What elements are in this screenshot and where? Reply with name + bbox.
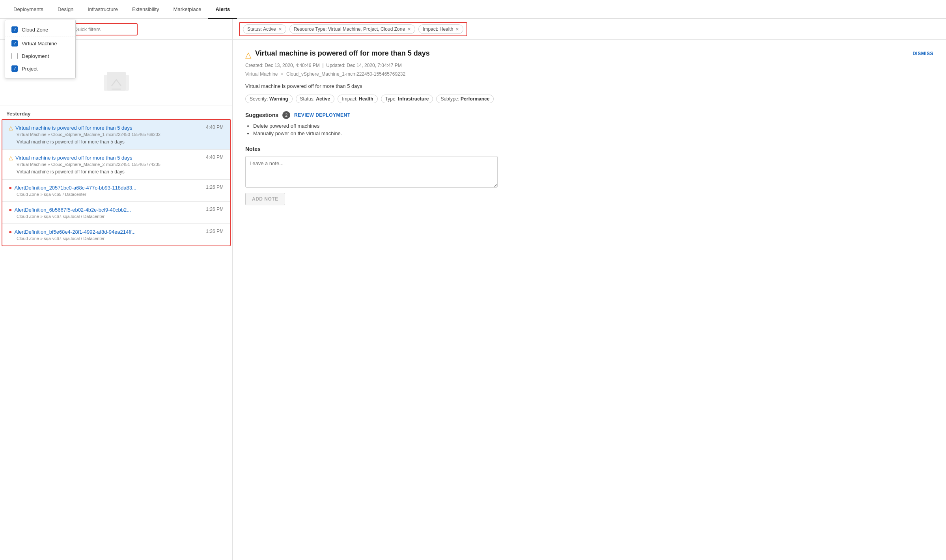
nav-deployments[interactable]: Deployments <box>6 0 50 19</box>
alert-item-2-title-row: △ Virtual machine is powered off for mor… <box>9 154 203 161</box>
dropdown-item-virtual-machine[interactable]: Virtual Machine <box>5 37 75 50</box>
tag-type: Type: Infrastructure <box>381 95 433 103</box>
yesterday-header: Yesterday <box>0 106 232 119</box>
alert-item-3-title: AlertDefinition_20571bc0-a68c-477c-bb93-… <box>14 185 136 191</box>
left-filter-area: ▼ Resource Type ⌄ 🔍 Cloud Zone Virtual M… <box>0 19 233 39</box>
yesterday-section: Yesterday △ Virtual machine is powered o… <box>0 106 232 246</box>
review-deployment-button[interactable]: REVIEW DEPLOYMENT <box>294 112 351 118</box>
filter-chips-wrapper: Status: Active ✕ Resource Type: Virtual … <box>239 22 467 36</box>
alert-item-3-title-row: ● AlertDefinition_20571bc0-a68c-477c-bb9… <box>9 184 203 191</box>
alert-item-4-title: AlertDefinition_6b5667f5-eb02-4b2e-bcf9-… <box>14 207 131 213</box>
alert-item-5-title-row: ● AlertDefinition_bf5e68e4-28f1-4992-af8… <box>9 229 203 235</box>
alert-item-5-time: 1:26 PM <box>206 229 224 234</box>
alert-item-2-breadcrumb: Virtual Machine » Cloud_vSphere_Machine_… <box>17 162 224 167</box>
tag-status: Status: Active <box>296 95 335 103</box>
notes-section: Notes ADD NOTE <box>245 146 933 205</box>
suggestions-list: Delete powered off machines Manually pow… <box>245 123 933 136</box>
alert-item-2[interactable]: △ Virtual machine is powered off for mor… <box>2 150 230 180</box>
nav-design[interactable]: Design <box>50 0 80 19</box>
suggestion-item-2: Manually power on the virtual machine. <box>253 130 933 136</box>
alert-item-3[interactable]: ● AlertDefinition_20571bc0-a68c-477c-bb9… <box>2 180 230 202</box>
filter-chip-resource-type: Resource Type: Virtual Machine, Project,… <box>289 24 415 34</box>
filter-chip-resource-type-close[interactable]: ✕ <box>407 27 411 32</box>
alert-item-1-title-row: △ Virtual machine is powered off for mor… <box>9 125 203 131</box>
active-filter-chips-area: Status: Active ✕ Resource Type: Virtual … <box>233 19 946 39</box>
alert-item-3-header: ● AlertDefinition_20571bc0-a68c-477c-bb9… <box>9 184 224 191</box>
alert-item-4[interactable]: ● AlertDefinition_6b5667f5-eb02-4b2e-bcf… <box>2 202 230 224</box>
nav-marketplace[interactable]: Marketplace <box>166 0 209 19</box>
detail-warning-icon: △ <box>245 50 251 60</box>
suggestion-item-1: Delete powered off machines <box>253 123 933 129</box>
alert-item-5-header: ● AlertDefinition_bf5e68e4-28f1-4992-af8… <box>9 229 224 235</box>
nav-alerts[interactable]: Alerts <box>208 0 237 19</box>
filter-chip-status: Status: Active ✕ <box>243 24 286 34</box>
alert-item-4-time: 1:26 PM <box>206 207 224 212</box>
alert-list-area: Today Yesterday <box>0 40 232 560</box>
suggestions-header: Suggestions 2 REVIEW DEPLOYMENT <box>245 111 933 119</box>
alert-list: △ Virtual machine is powered off for mor… <box>2 119 231 246</box>
warning-icon-2: △ <box>9 154 13 161</box>
alert-item-1-header: △ Virtual machine is powered off for mor… <box>9 125 224 131</box>
nav-extensibility[interactable]: Extensibility <box>125 0 166 19</box>
dropdown-item-project[interactable]: Project <box>5 62 75 75</box>
notes-textarea[interactable] <box>245 156 498 188</box>
filter-chip-impact: Impact: Health ✕ <box>418 24 463 34</box>
checkbox-deployment[interactable] <box>11 53 18 59</box>
detail-title: Virtual machine is powered off for more … <box>255 49 909 58</box>
alert-item-1[interactable]: △ Virtual machine is powered off for mor… <box>2 120 230 150</box>
alert-item-5-breadcrumb: Cloud Zone » sqa-vc67.sqa.local / Datace… <box>17 236 224 241</box>
detail-meta: Created: Dec 13, 2020, 4:40:46 PM | Upda… <box>245 63 933 68</box>
filter-chip-resource-type-label: Resource Type: Virtual Machine, Project,… <box>294 26 405 32</box>
alert-item-2-title: Virtual machine is powered off for more … <box>15 155 132 161</box>
filter-chip-status-label: Status: Active <box>247 26 276 32</box>
svg-rect-1 <box>107 72 126 91</box>
nav-infrastructure[interactable]: Infrastructure <box>80 0 125 19</box>
top-filter-section: ▼ Resource Type ⌄ 🔍 Cloud Zone Virtual M… <box>0 19 946 40</box>
filter-chip-impact-close[interactable]: ✕ <box>455 27 459 32</box>
alert-item-1-time: 4:40 PM <box>206 125 224 130</box>
error-icon-3: ● <box>9 184 12 191</box>
dropdown-item-cloud-zone[interactable]: Cloud Zone <box>5 23 75 37</box>
alert-item-2-time: 4:40 PM <box>206 154 224 160</box>
alert-item-4-title-row: ● AlertDefinition_6b5667f5-eb02-4b2e-bcf… <box>9 207 203 213</box>
main-layout: Today Yesterday <box>0 40 946 560</box>
error-icon-4: ● <box>9 207 12 213</box>
checkbox-virtual-machine[interactable] <box>11 40 18 47</box>
resource-type-dropdown: Cloud Zone Virtual Machine Deployment Pr… <box>5 20 76 78</box>
detail-description: Virtual machine is powered off for more … <box>245 83 933 89</box>
detail-breadcrumb[interactable]: Virtual Machine » Cloud_vSphere_Machine_… <box>245 71 933 77</box>
filter-chip-status-close[interactable]: ✕ <box>278 27 282 32</box>
dropdown-label-virtual-machine: Virtual Machine <box>22 41 57 47</box>
dismiss-button[interactable]: DISMISS <box>912 51 933 56</box>
alert-item-2-header: △ Virtual machine is powered off for mor… <box>9 154 224 161</box>
alert-item-4-header: ● AlertDefinition_6b5667f5-eb02-4b2e-bcf… <box>9 207 224 213</box>
alert-item-3-breadcrumb: Cloud Zone » sqa-vc65 / Datacenter <box>17 192 224 197</box>
dropdown-item-deployment[interactable]: Deployment <box>5 50 75 62</box>
alert-item-4-breadcrumb: Cloud Zone » sqa-vc67.sqa.local / Datace… <box>17 214 224 219</box>
alert-item-1-desc: Virtual machine is powered off for more … <box>17 139 224 145</box>
alert-item-1-breadcrumb: Virtual Machine » Cloud_vSphere_Machine_… <box>17 132 224 137</box>
notes-title: Notes <box>245 146 933 152</box>
checkbox-cloud-zone[interactable] <box>11 26 18 33</box>
dropdown-label-deployment: Deployment <box>22 53 49 59</box>
tag-subtype: Subtype: Performance <box>436 95 494 103</box>
error-icon-5: ● <box>9 229 12 235</box>
left-panel: Today Yesterday <box>0 40 233 560</box>
checkbox-project[interactable] <box>11 65 18 72</box>
add-note-button[interactable]: ADD NOTE <box>245 193 285 205</box>
suggestions-count: 2 <box>282 111 290 119</box>
alert-item-1-title: Virtual machine is powered off for more … <box>15 125 132 131</box>
alert-item-2-desc: Virtual machine is powered off for more … <box>17 169 224 175</box>
top-nav: Deployments Design Infrastructure Extens… <box>0 0 946 19</box>
breadcrumb-separator: » <box>281 71 284 77</box>
right-panel: △ Virtual machine is powered off for mor… <box>233 40 946 560</box>
detail-header: △ Virtual machine is powered off for mor… <box>245 49 933 60</box>
alert-item-5[interactable]: ● AlertDefinition_bf5e68e4-28f1-4992-af8… <box>2 224 230 246</box>
dropdown-label-project: Project <box>22 66 37 72</box>
warning-icon-1: △ <box>9 125 13 131</box>
dropdown-label-cloud-zone: Cloud Zone <box>22 27 48 33</box>
alert-item-5-title: AlertDefinition_bf5e68e4-28f1-4992-af8d-… <box>14 229 136 235</box>
detail-tags-row: Severity: Warning Status: Active Impact:… <box>245 95 933 103</box>
quick-filter-input[interactable] <box>74 26 133 32</box>
alert-item-3-time: 1:26 PM <box>206 184 224 190</box>
